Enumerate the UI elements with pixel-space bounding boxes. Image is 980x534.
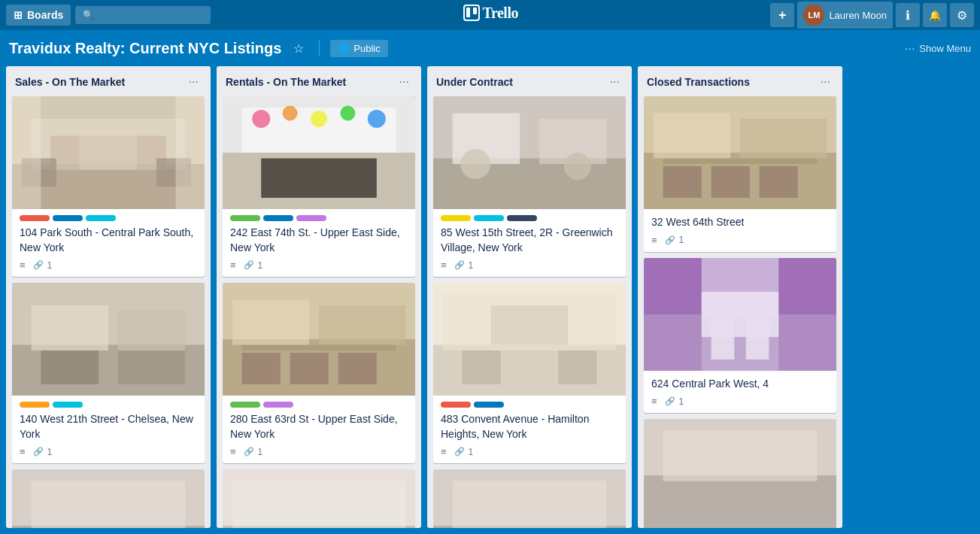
list-header: Closed Transactions··· xyxy=(638,66,842,96)
card-labels xyxy=(230,402,408,408)
star-icon: ☆ xyxy=(293,41,304,56)
card-body: 85 West 15th Street, 2R - Greenwich Vill… xyxy=(433,209,626,277)
svg-rect-10 xyxy=(176,96,205,209)
dots-icon: ··· xyxy=(905,42,916,54)
svg-rect-40 xyxy=(232,481,405,528)
list-cards: 85 West 15th Street, 2R - Greenwich Vill… xyxy=(427,96,632,528)
card-description-icon: ≡ xyxy=(441,446,447,457)
card[interactable]: 483 Convent Avenue - Hamilton Heights, N… xyxy=(433,283,626,463)
card-description-icon: ≡ xyxy=(441,259,447,271)
svg-rect-52 xyxy=(491,305,568,345)
grid-icon: ⊞ xyxy=(14,9,23,21)
card-description-icon: ≡ xyxy=(230,259,236,271)
user-name: Lauren Moon xyxy=(829,10,887,21)
card-title: 242 East 74th St. - Upper East Side, New… xyxy=(230,226,408,255)
svg-rect-62 xyxy=(663,159,818,165)
card-labels xyxy=(230,215,408,221)
globe-icon: 🌐 xyxy=(338,43,350,54)
card-label xyxy=(474,215,504,221)
card-meta: ≡🔗1 xyxy=(441,446,618,457)
svg-rect-29 xyxy=(261,159,377,199)
svg-rect-20 xyxy=(32,481,186,528)
list-menu-button[interactable]: ··· xyxy=(607,74,623,90)
card-label xyxy=(507,215,537,221)
card-attachments: 🔗1 xyxy=(665,396,684,407)
card[interactable] xyxy=(12,469,205,528)
card-labels xyxy=(20,215,197,221)
card-labels xyxy=(441,402,618,408)
svg-rect-35 xyxy=(242,353,281,384)
svg-point-25 xyxy=(283,106,298,121)
card-attachments: 🔗1 xyxy=(454,447,474,457)
card-label xyxy=(441,402,471,408)
card[interactable]: 242 East 74th St. - Upper East Side, New… xyxy=(223,96,415,277)
svg-rect-14 xyxy=(32,305,108,350)
card[interactable]: 624 Central Park West, 4≡🔗1 xyxy=(644,258,836,414)
card[interactable] xyxy=(433,469,626,528)
show-menu-button[interactable]: ··· Show Menu xyxy=(905,42,971,54)
list-list-2: Rentals - On The Market··· 242 East 74th… xyxy=(217,66,421,528)
card-attachments: 🔗1 xyxy=(665,235,684,245)
add-button[interactable]: + xyxy=(770,3,794,27)
card-label xyxy=(230,215,260,221)
card-attachments: 🔗1 xyxy=(33,447,53,457)
info-button[interactable]: ℹ xyxy=(896,3,920,27)
divider xyxy=(319,41,320,56)
star-button[interactable]: ☆ xyxy=(289,38,308,59)
card[interactable]: 85 West 15th Street, 2R - Greenwich Vill… xyxy=(433,96,626,277)
notifications-button[interactable]: 🔔 xyxy=(923,3,947,27)
user-menu-button[interactable]: LM Lauren Moon xyxy=(797,2,893,29)
list-title: Rentals - On The Market xyxy=(226,76,346,88)
card-body: 280 East 63rd St - Upper East Side, New … xyxy=(223,396,415,463)
plus-icon: + xyxy=(778,8,787,23)
svg-rect-72 xyxy=(746,320,769,360)
card[interactable]: 32 West 64th Street≡🔗1 xyxy=(644,96,836,252)
card-body: 32 West 64th Street≡🔗1 xyxy=(644,209,836,252)
settings-button[interactable]: ⚙ xyxy=(950,3,974,27)
search-icon: 🔍 xyxy=(83,10,94,20)
svg-point-48 xyxy=(564,153,591,180)
list-list-1: Sales - On The Market··· 104 Park South … xyxy=(6,66,211,528)
card[interactable] xyxy=(644,419,836,528)
search-bar[interactable]: 🔍 xyxy=(75,6,211,24)
svg-rect-9 xyxy=(12,96,41,209)
card-label xyxy=(263,402,293,408)
card-body: 104 Park South - Central Park South, New… xyxy=(12,209,205,277)
svg-rect-37 xyxy=(338,353,377,384)
list-menu-button[interactable]: ··· xyxy=(396,74,412,90)
card[interactable] xyxy=(223,469,415,528)
card-attachments: 🔗1 xyxy=(244,260,263,271)
card-title: 104 Park South - Central Park South, New… xyxy=(20,226,197,255)
svg-rect-60 xyxy=(654,114,730,159)
svg-rect-33 xyxy=(319,305,405,345)
card-label xyxy=(296,215,326,221)
card[interactable]: 140 West 21th Street - Chelsea, New York… xyxy=(12,283,205,463)
card-meta: ≡🔗1 xyxy=(651,396,829,407)
top-nav: ⊞ Boards 🔍 Trello + LM Lauren Moon xyxy=(0,0,980,30)
svg-point-47 xyxy=(460,149,490,179)
list-menu-button[interactable]: ··· xyxy=(186,74,202,90)
trello-logo: Trello xyxy=(463,5,518,26)
svg-rect-75 xyxy=(663,430,818,481)
svg-rect-53 xyxy=(462,350,500,384)
avatar: LM xyxy=(803,5,824,26)
svg-rect-15 xyxy=(118,311,186,351)
card[interactable]: 104 Park South - Central Park South, New… xyxy=(12,96,205,277)
svg-rect-16 xyxy=(41,350,99,384)
card-title: 85 West 15th Street, 2R - Greenwich Vill… xyxy=(441,226,618,255)
card-description-icon: ≡ xyxy=(20,446,26,457)
nav-right: + LM Lauren Moon ℹ 🔔 ⚙ xyxy=(770,2,974,29)
list-menu-button[interactable]: ··· xyxy=(818,74,833,90)
visibility-button[interactable]: 🌐 Public xyxy=(330,40,387,57)
card[interactable]: 280 East 63rd St - Upper East Side, New … xyxy=(223,283,415,463)
card-body: 242 East 74th St. - Upper East Side, New… xyxy=(223,209,415,277)
board-header-left: Travidux Realty: Current NYC Listings ☆ … xyxy=(9,38,388,59)
card-meta: ≡🔗1 xyxy=(651,235,829,246)
svg-rect-57 xyxy=(453,481,607,528)
svg-rect-65 xyxy=(760,166,798,198)
list-header: Rentals - On The Market··· xyxy=(217,66,421,96)
svg-rect-64 xyxy=(711,166,750,198)
list-list-3: Under Contract··· 85 West 15th Street, 2… xyxy=(427,66,632,528)
boards-button[interactable]: ⊞ Boards xyxy=(6,5,71,26)
show-menu-label: Show Menu xyxy=(919,43,971,54)
